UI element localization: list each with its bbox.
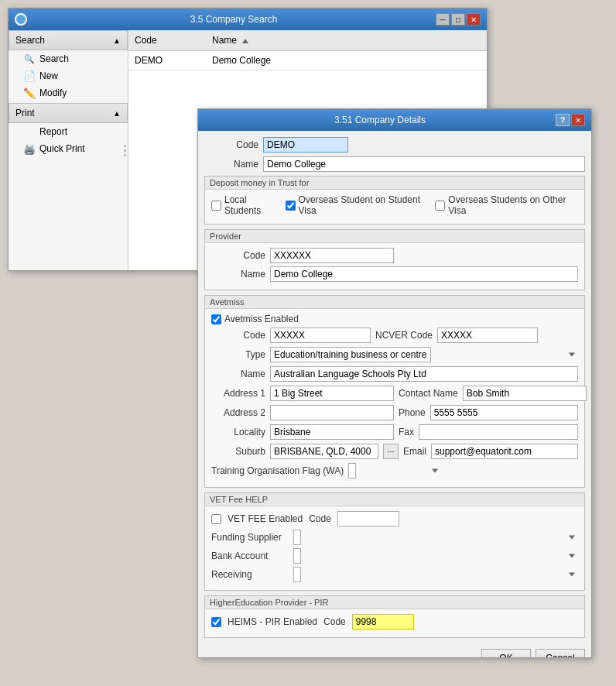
bottom-buttons: OK Cancel: [204, 644, 585, 657]
code-row: Code: [204, 137, 585, 153]
maximize-button[interactable]: □: [451, 13, 465, 26]
avetmiss-enabled-label: Avetmiss Enabled: [224, 314, 299, 324]
email-input[interactable]: [431, 444, 578, 459]
sidebar-item-search[interactable]: 🔍 Search: [9, 50, 128, 67]
training-org-arrow-icon: [432, 469, 438, 473]
close-details-button[interactable]: ✕: [571, 114, 585, 126]
suburb-row: Suburb ··· Email: [211, 444, 578, 459]
locality-label: Locality: [211, 427, 265, 437]
address2-label: Address 2: [211, 407, 265, 418]
avetmiss-enabled-checkbox[interactable]: [211, 314, 221, 324]
sort-arrow-icon: [242, 39, 248, 43]
vet-fee-enabled-row: VET FEE Enabled Code: [211, 511, 578, 527]
sidebar-section-search: Search ▲ 🔍 Search 📄 New ✏️ Modify: [9, 30, 128, 101]
deposit-trust-title: Deposit money in Trust for: [205, 177, 584, 190]
sidebar-item-modify[interactable]: ✏️ Modify: [9, 84, 128, 101]
vet-fee-enabled-checkbox[interactable]: [211, 514, 221, 524]
heims-code-label: Code: [323, 616, 346, 627]
sidebar-section-print-label: Print: [15, 108, 35, 118]
row-name: Demo College: [206, 53, 487, 67]
cancel-button[interactable]: Cancel: [536, 649, 585, 657]
heims-label: HEIMS - PIR Enabled: [228, 616, 317, 627]
suburb-label: Suburb: [211, 446, 265, 457]
quick-print-icon: 🖨️: [24, 143, 35, 154]
type-select-wrapper: Education/training business or centre: [270, 347, 578, 362]
title-bar-buttons: ─ □ ✕: [436, 13, 481, 26]
details-title-buttons: ? ✕: [556, 114, 585, 126]
avetmiss-name-row: Name: [211, 366, 578, 382]
name-top-label: Name: [204, 159, 258, 170]
sidebar-item-report[interactable]: Report: [9, 123, 128, 140]
col-header-name: Name: [206, 33, 487, 47]
vet-fee-section-content: VET FEE Enabled Code Funding Supplier Ba…: [205, 506, 584, 590]
heims-code-input[interactable]: [352, 614, 414, 629]
type-select[interactable]: Education/training business or centre: [270, 347, 431, 362]
higher-ed-section-content: HEIMS - PIR Enabled Code: [205, 609, 584, 637]
receiving-wrapper: [293, 567, 578, 582]
name-top-input[interactable]: [263, 156, 585, 172]
code-input[interactable]: [263, 137, 348, 153]
contact-name-input[interactable]: [463, 386, 587, 401]
type-row: Type Education/training business or cent…: [211, 347, 578, 362]
suburb-input[interactable]: [270, 444, 378, 459]
provider-code-row: Code: [211, 248, 578, 263]
overseas-visa-label: Overseas Student on Student Visa: [299, 194, 433, 216]
fax-input[interactable]: [419, 424, 578, 440]
address2-input[interactable]: [270, 405, 394, 420]
code-label: Code: [204, 139, 258, 150]
phone-input[interactable]: [430, 405, 578, 420]
sidebar-modify-label: Modify: [39, 87, 67, 98]
overseas-visa-checkbox[interactable]: [286, 201, 296, 211]
receiving-select[interactable]: [293, 567, 301, 582]
vet-fee-code-label: Code: [309, 513, 331, 524]
new-icon: 📄: [24, 70, 35, 81]
overseas-other-label: Overseas Students on Other Visa: [448, 194, 578, 216]
training-org-row: Training Organisation Flag (WA): [211, 463, 578, 478]
vet-fee-code-input[interactable]: [337, 511, 399, 527]
higher-ed-section-title: HigherEducation Provider - PIR: [205, 596, 584, 609]
bank-account-select[interactable]: [293, 548, 301, 564]
sidebar-item-quick-print[interactable]: 🖨️ Quick Print: [9, 140, 128, 157]
provider-code-label: Code: [211, 250, 265, 261]
address1-input[interactable]: [270, 386, 394, 401]
provider-code-input[interactable]: [270, 248, 394, 263]
bank-account-arrow-icon: [569, 554, 575, 558]
table-row[interactable]: DEMO Demo College: [128, 51, 487, 70]
provider-name-row: Name: [211, 266, 578, 282]
drag-handle: [121, 30, 128, 270]
help-button[interactable]: ?: [556, 114, 570, 126]
local-students-checkbox[interactable]: [211, 201, 221, 211]
provider-name-label: Name: [211, 269, 265, 280]
locality-input[interactable]: [270, 424, 394, 440]
locality-row: Locality Fax: [211, 424, 578, 440]
minimize-button[interactable]: ─: [436, 13, 450, 26]
close-search-button[interactable]: ✕: [467, 13, 481, 26]
ncver-code-label: NCVER Code: [375, 330, 433, 341]
heims-checkbox[interactable]: [211, 617, 221, 627]
fax-label: Fax: [399, 427, 414, 437]
sidebar-section-search-label: Search: [15, 35, 45, 46]
modify-icon: ✏️: [24, 87, 35, 98]
sidebar-report-label: Report: [39, 126, 67, 137]
vet-fee-section-title: VET Fee HELP: [205, 493, 584, 506]
funding-supplier-select[interactable]: [293, 530, 301, 545]
sidebar-search-label: Search: [39, 53, 69, 64]
funding-supplier-label: Funding Supplier: [211, 532, 289, 543]
sidebar-section-search-header[interactable]: Search ▲: [9, 30, 128, 50]
deposit-trust-content: Local Students Overseas Student on Stude…: [205, 190, 584, 224]
avetmiss-code-input[interactable]: [270, 328, 371, 343]
ok-button[interactable]: OK: [481, 649, 531, 657]
funding-supplier-wrapper: [293, 530, 578, 545]
suburb-ellipsis-button[interactable]: ···: [383, 444, 399, 459]
sidebar-section-print-header[interactable]: Print ▲: [9, 103, 128, 123]
deposit-trust-section: Deposit money in Trust for Local Student…: [204, 176, 585, 225]
sidebar-item-new[interactable]: 📄 New: [9, 67, 128, 84]
search-window-title: 3.5 Company Search: [32, 14, 436, 25]
training-org-select[interactable]: [348, 463, 356, 478]
provider-name-input[interactable]: [270, 266, 578, 282]
overseas-other-checkbox[interactable]: [435, 201, 445, 211]
provider-section-content: Code Name: [205, 243, 584, 290]
ncver-code-input[interactable]: [437, 328, 538, 343]
avetmiss-name-input[interactable]: [270, 366, 578, 382]
type-select-arrow-icon: [569, 353, 575, 357]
